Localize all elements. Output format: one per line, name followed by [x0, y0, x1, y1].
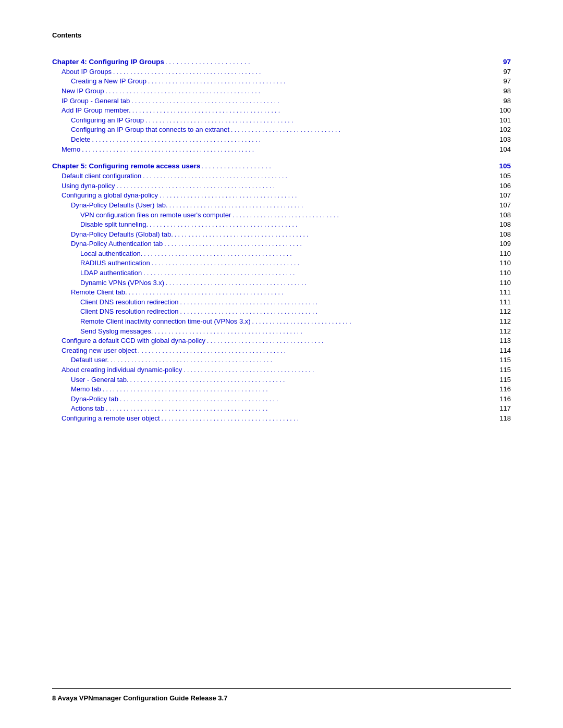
toc-item-dots: . . . . . . . . . . . . . . . . . . . . … [130, 97, 490, 105]
toc-item-page: 115 [490, 376, 511, 384]
toc-item-page: 117 [490, 404, 511, 412]
toc-item-row[interactable]: LDAP authentication. . . . . . . . . . .… [52, 268, 511, 278]
chapter-page-chapter5: 105 [490, 162, 511, 170]
toc-item-page: 109 [490, 240, 511, 248]
chapter-title-chapter5: Chapter 5: Configuring remote access use… [52, 162, 200, 170]
toc-item-title: Configuring a remote user object [52, 414, 160, 422]
toc-item-page: 97 [490, 77, 511, 85]
toc-item-dots: . . . . . . . . . . . . . . . . . . . . … [251, 318, 490, 325]
chapter-row-chapter5[interactable]: Chapter 5: Configuring remote access use… [52, 154, 511, 171]
toc-item-dots: . . . . . . . . . . . . . . . . . . . . … [142, 250, 490, 257]
toc-item-row[interactable]: Configuring an IP Group that connects to… [52, 125, 511, 135]
toc-item-title: Send Syslog messages. [52, 327, 153, 335]
toc-item-dots: . . . . . . . . . . . . . . . . . . . . … [205, 337, 490, 344]
toc-item-dots: . . . . . . . . . . . . . . . . . . . . … [179, 308, 490, 315]
toc-item-row[interactable]: Configuring a global dyna-policy. . . . … [52, 191, 511, 201]
toc-item-dots: . . . . . . . . . . . . . . . . . . . . … [164, 279, 490, 287]
toc-item-page: 101 [490, 116, 511, 124]
toc-item-row[interactable]: Configuring an IP Group. . . . . . . . .… [52, 115, 511, 125]
toc-item-row[interactable]: Configure a default CCD with global dyna… [52, 336, 511, 346]
toc-item-dots: . . . . . . . . . . . . . . . . . . . . … [153, 328, 490, 335]
toc-item-row[interactable]: Add IP Group member.. . . . . . . . . . … [52, 105, 511, 115]
toc-item-row[interactable]: User - General tab.. . . . . . . . . . .… [52, 375, 511, 385]
page: Contents Chapter 4: Configuring IP Group… [0, 0, 563, 728]
toc-item-page: 113 [490, 337, 511, 344]
toc-item-dots: . . . . . . . . . . . . . . . . . . . . … [231, 212, 490, 219]
toc-item-row[interactable]: Default user.. . . . . . . . . . . . . .… [52, 355, 511, 365]
toc-item-title: Disable split tunneling. [52, 220, 148, 228]
toc-item-dots: . . . . . . . . . . . . . . . . . . . . … [80, 146, 490, 153]
toc-item-row[interactable]: IP Group - General tab. . . . . . . . . … [52, 96, 511, 106]
toc-item-title: Client DNS resolution redirection [52, 307, 179, 315]
toc-item-dots: . . . . . . . . . . . . . . . . . . . . … [158, 192, 490, 199]
toc-item-page: 116 [490, 385, 511, 393]
toc-item-title: Default user. [52, 356, 109, 364]
toc-item-row[interactable]: Disable split tunneling.. . . . . . . . … [52, 219, 511, 229]
toc-item-dots: . . . . . . . . . . . . . . . . . . . . … [118, 396, 490, 403]
toc-item-dots: . . . . . . . . . . . . . . . . . . . . … [101, 386, 490, 393]
toc-item-page: 98 [490, 97, 511, 105]
toc-item-title: Dyna-Policy tab [52, 395, 118, 403]
toc-item-row[interactable]: Client DNS resolution redirection. . . .… [52, 307, 511, 317]
toc-item-row[interactable]: RADIUS authentication. . . . . . . . . .… [52, 258, 511, 268]
toc-item-row[interactable]: New IP Group. . . . . . . . . . . . . . … [52, 86, 511, 96]
toc-item-row[interactable]: Client DNS resolution redirection. . . .… [52, 297, 511, 307]
toc-item-row[interactable]: Default client configuration. . . . . . … [52, 171, 511, 181]
contents-header: Contents [52, 31, 511, 39]
toc-item-row[interactable]: Dyna-Policy Defaults (Global) tab.. . . … [52, 229, 511, 239]
toc-item-title: Dynamic VPNs (VPNos 3.x) [52, 279, 164, 287]
toc-item-page: 106 [490, 182, 511, 190]
toc-item-page: 108 [490, 211, 511, 219]
toc-item-dots: . . . . . . . . . . . . . . . . . . . . … [160, 415, 490, 422]
toc-item-row[interactable]: Configuring a remote user object. . . . … [52, 413, 511, 423]
toc-item-dots: . . . . . . . . . . . . . . . . . . . . … [104, 88, 490, 95]
toc-item-page: 112 [490, 317, 511, 325]
toc-item-row[interactable]: About IP Groups. . . . . . . . . . . . .… [52, 67, 511, 77]
toc-item-dots: . . . . . . . . . . . . . . . . . . . . … [131, 107, 490, 114]
toc-item-title: Dyna-Policy Defaults (User) tab. [52, 201, 168, 209]
toc-item-title: VPN configuration files on remote user's… [52, 211, 231, 219]
toc-item-dots: . . . . . . . . . . . . . . . . . . . . … [173, 231, 490, 238]
toc-item-row[interactable]: Delete. . . . . . . . . . . . . . . . . … [52, 134, 511, 144]
toc-item-dots: . . . . . . . . . . . . . . . . . . . . … [129, 376, 490, 384]
toc-item-row[interactable]: Dyna-Policy tab. . . . . . . . . . . . .… [52, 394, 511, 404]
toc-item-row[interactable]: Dynamic VPNs (VPNos 3.x). . . . . . . . … [52, 278, 511, 288]
toc-item-row[interactable]: Actions tab. . . . . . . . . . . . . . .… [52, 404, 511, 414]
toc-item-title: Default client configuration [52, 172, 141, 180]
toc-item-title: Client DNS resolution redirection [52, 298, 179, 306]
toc-item-page: 111 [490, 298, 511, 306]
toc-item-row[interactable]: Dyna-Policy Authentication tab. . . . . … [52, 239, 511, 249]
toc-item-title: Memo [52, 145, 80, 153]
toc-item-title: Configuring a global dyna-policy [52, 191, 158, 199]
toc-item-title: Configure a default CCD with global dyna… [52, 337, 205, 344]
toc-item-row[interactable]: About creating individual dynamic-policy… [52, 365, 511, 375]
chapter-page-chapter4: 97 [490, 58, 511, 66]
toc-item-row[interactable]: Dyna-Policy Defaults (User) tab.. . . . … [52, 200, 511, 210]
toc-item-dots: . . . . . . . . . . . . . . . . . . . . … [144, 117, 490, 124]
toc-item-page: 98 [490, 87, 511, 95]
toc-item-row[interactable]: Memo. . . . . . . . . . . . . . . . . . … [52, 144, 511, 154]
toc-item-row[interactable]: Using dyna-policy. . . . . . . . . . . .… [52, 181, 511, 191]
toc-item-row[interactable]: Creating a New IP Group. . . . . . . . .… [52, 77, 511, 87]
toc-item-page: 115 [490, 356, 511, 364]
toc-item-row[interactable]: Send Syslog messages.. . . . . . . . . .… [52, 326, 511, 336]
toc-item-dots: . . . . . . . . . . . . . . . . . . . . … [104, 405, 490, 412]
toc-item-title: New IP Group [52, 87, 104, 95]
toc-item-row[interactable]: Remote Client inactivity connection time… [52, 316, 511, 326]
toc-item-page: 111 [490, 288, 511, 296]
toc-item-page: 110 [490, 259, 511, 267]
toc-item-row[interactable]: Local authentication.. . . . . . . . . .… [52, 249, 511, 258]
footer: 8 Avaya VPNmanager Configuration Guide R… [52, 688, 511, 702]
toc-item-dots: . . . . . . . . . . . . . . . . . . . . … [112, 68, 490, 76]
chapter-title-chapter4: Chapter 4: Configuring IP Groups [52, 58, 164, 66]
toc-item-row[interactable]: Memo tab. . . . . . . . . . . . . . . . … [52, 384, 511, 394]
chapter-dots-chapter5: . . . . . . . . . . . . . . . . . . . [200, 162, 490, 170]
toc-item-dots: . . . . . . . . . . . . . . . . . . . . … [141, 172, 490, 180]
chapter-row-chapter4[interactable]: Chapter 4: Configuring IP Groups . . . .… [52, 50, 511, 67]
toc-item-page: 100 [490, 106, 511, 114]
toc-item-page: 118 [490, 414, 511, 422]
toc-item-row[interactable]: VPN configuration files on remote user's… [52, 210, 511, 220]
toc-item-row[interactable]: Remote Client tab.. . . . . . . . . . . … [52, 287, 511, 297]
toc-item-row[interactable]: Creating new user object. . . . . . . . … [52, 346, 511, 355]
toc-item-dots: . . . . . . . . . . . . . . . . . . . . … [91, 136, 490, 143]
